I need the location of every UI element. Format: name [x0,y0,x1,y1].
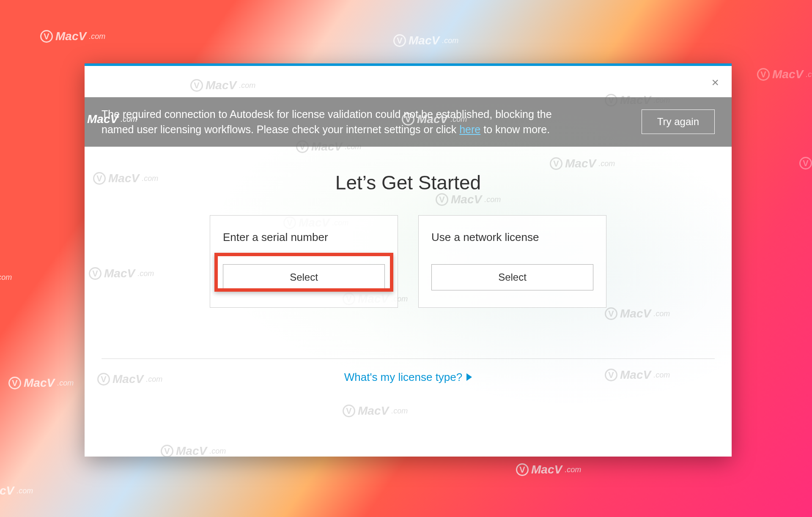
dialog-header: × [85,66,732,97]
card-title: Enter a serial number [223,231,385,244]
watermark: VMacV.com [757,68,812,81]
watermark: VMacV.com [605,307,670,320]
license-dialog: VMacV.com VMacV.com VMacV.com VMacV.com … [85,63,732,457]
footer: What's my license type? [85,359,732,398]
watermark: MacV.com [0,484,33,498]
watermark: VMacV.com [161,444,226,457]
select-network-button[interactable]: Select [431,264,593,290]
watermark: VMacV.com [393,34,458,47]
watermark: MacV.com [0,271,12,284]
warning-here-link[interactable]: here [459,123,480,135]
chevron-right-icon [466,373,472,381]
warning-text-after: to know more. [480,123,550,135]
watermark: VMacV.com [516,463,581,476]
license-options: Enter a serial number Select Use a netwo… [102,215,715,308]
card-title: Use a network license [431,231,593,244]
dialog-title: Let’s Get Started [102,171,715,194]
dialog-main: Let’s Get Started Enter a serial number … [85,147,732,308]
watermark: VMacV.com [343,404,408,418]
close-button[interactable]: × [711,76,719,89]
card-network-license: Use a network license Select [418,215,606,308]
warning-text: The required connection to Autodesk for … [102,107,567,137]
try-again-button[interactable]: Try again [642,109,715,134]
watermark: VMacV.com [8,376,74,390]
license-type-help-link[interactable]: What's my license type? [344,371,472,384]
watermark: VMacV.com [40,30,105,43]
footer-link-label: What's my license type? [344,371,463,384]
connection-warning-bar: The required connection to Autodesk for … [85,97,732,147]
watermark: VMacV.com [799,156,812,170]
select-serial-button[interactable]: Select [223,264,385,290]
card-serial-number: Enter a serial number Select [210,215,398,308]
